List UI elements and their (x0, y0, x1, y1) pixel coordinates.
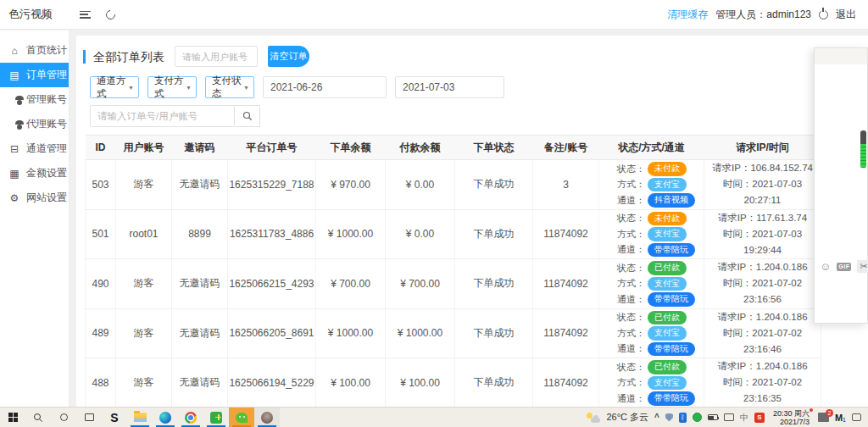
scrollbar[interactable] (860, 130, 866, 168)
table-row: 490 游客 无邀请码 1625066215_4293 ¥ 700.00 ¥ 7… (86, 259, 821, 309)
notification-badge: 2 (826, 409, 833, 417)
cell-status: 状态：已付款 方式：支付宝 通道：带带陪玩 (599, 358, 704, 408)
scissors-icon[interactable]: ✂ (857, 260, 868, 273)
channel-method-select[interactable]: 通道方式 ▼ (90, 76, 139, 98)
pay-status-select[interactable]: 支付状态 ▼ (205, 76, 254, 98)
pay-method-select[interactable]: 支付方式 ▼ (147, 76, 197, 98)
s-app-button[interactable]: S (102, 408, 127, 427)
sidebar-item-admin-accounts[interactable]: 管理账号 (0, 87, 69, 112)
cell-paid-amount: ¥ 0.00 (386, 209, 455, 259)
security-shield-icon[interactable] (665, 413, 673, 422)
cell-paid-amount: ¥ 700.00 (386, 259, 455, 309)
cell-account: 游客 (116, 160, 172, 210)
chrome-icon (185, 412, 197, 424)
date-to-input[interactable] (395, 76, 504, 98)
weather-text[interactable]: 26°C 多云 (606, 411, 648, 424)
avatar (261, 412, 273, 424)
cell-id: 490 (86, 259, 116, 309)
cortana-button[interactable] (51, 408, 76, 427)
sogou-icon[interactable]: S (754, 413, 765, 423)
sidebar-item-label: 首页统计 (26, 43, 67, 58)
cell-remark: 11874092 (533, 308, 599, 358)
desktop: 色污视频 清理缓存 管理人员：admin123 退出 ⌂ 首页统计 ▤ 订单管理… (0, 0, 868, 427)
taskbar-search-button[interactable] (25, 408, 51, 427)
sidebar-item-channel-management[interactable]: ⊟ 通道管理 (0, 136, 69, 161)
clear-cache-link[interactable]: 清理缓存 (667, 8, 708, 22)
col-ip-time: 请求IP/时间 (704, 136, 821, 160)
green-tray-icon[interactable] (693, 413, 702, 422)
scrollbar-thumb[interactable] (860, 130, 866, 144)
table-row: 501 root01 8899 1625311783_4886 ¥ 1000.0… (86, 209, 821, 259)
battery-icon[interactable] (708, 414, 718, 420)
emoji-icon[interactable]: ☺ (820, 261, 831, 272)
filter-row-middle: 通道方式 ▼ 支付方式 ▼ 支付状态 ▼ (90, 76, 868, 98)
windows-logo-icon (8, 413, 18, 422)
cell-order-status: 下单成功 (455, 358, 533, 408)
taskbar-clock[interactable]: 20:30 周六 2021/7/3 (771, 409, 812, 426)
sidebar-item-amount-settings[interactable]: ▦ 金额设置 (0, 161, 69, 186)
clear-orders-button[interactable]: 清空订单 (268, 46, 309, 67)
col-remark: 备注/账号 (533, 136, 599, 160)
power-icon[interactable] (819, 10, 828, 19)
cell-invite: 无邀请码 (172, 160, 228, 210)
bluetooth-icon[interactable]: ᛒ (679, 413, 687, 423)
start-button[interactable] (0, 408, 25, 427)
notification-center-icon[interactable]: 2 (818, 413, 829, 422)
sidebar-item-home-stats[interactable]: ⌂ 首页统计 (0, 38, 69, 63)
cell-ip-time: 请求IP：106.84.152.74 时间：2021-07-03 20:27:1… (704, 160, 821, 210)
wechat-button[interactable] (229, 408, 254, 427)
action-center-icon[interactable] (852, 413, 861, 421)
display-icon[interactable] (724, 413, 734, 421)
col-order-status: 下单状态 (455, 136, 533, 160)
avatar-app-button[interactable] (254, 408, 280, 427)
sidebar-item-label: 管理账号 (26, 92, 67, 107)
collapse-menu-icon[interactable] (80, 11, 91, 19)
date-from-input[interactable] (263, 76, 387, 98)
status-badge: 已付款 (648, 360, 687, 374)
weather-icon[interactable] (587, 413, 600, 423)
sidebar-item-label: 网站设置 (26, 191, 67, 205)
cell-ip-time: 请求IP：1.204.0.186 时间：2021-07-02 23:16:46 (704, 308, 821, 358)
sidebar-item-site-settings[interactable]: ⚙ 网站设置 (0, 186, 69, 210)
search-icon (33, 413, 43, 423)
clipboard-icon: ▤ (8, 69, 20, 81)
banknote-icon: ▦ (8, 168, 20, 180)
language-indicator[interactable]: 中 (740, 412, 748, 424)
cell-order-amount: ¥ 1000.00 (316, 209, 386, 259)
hidden-icons-chevron[interactable]: ^ (654, 413, 659, 422)
logout-button[interactable]: 退出 (836, 8, 856, 22)
cell-paid-amount: ¥ 0.00 (386, 160, 455, 210)
chat-toolbar: ☺ GIF ✂ (820, 260, 868, 273)
ime-indicator[interactable]: M1 (835, 413, 846, 423)
gear-icon: ⚙ (8, 192, 20, 204)
cell-remark: 3 (533, 160, 599, 210)
file-explorer-button[interactable] (127, 408, 153, 427)
col-account: 用户账号 (116, 136, 172, 160)
task-view-button[interactable] (76, 408, 102, 427)
edge-button[interactable] (153, 408, 178, 427)
cell-order-amount: ¥ 700.00 (316, 259, 386, 309)
system-tray: 26°C 多云 ^ ᛒ 中 S 20:30 周六 2021/7/3 2 M1 (587, 408, 868, 427)
col-invite: 邀请码 (172, 136, 228, 160)
cell-order-amount: ¥ 100.00 (316, 358, 386, 408)
search-icon (242, 111, 253, 121)
orders-card: 全部订单列表 清空订单 通道方式 ▼ 支付方式 ▼ 支付状态 ▼ (76, 36, 868, 407)
green-app-button[interactable] (203, 408, 229, 427)
col-order-no: 平台订单号 (228, 136, 316, 160)
chevron-down-icon: ▼ (128, 85, 134, 91)
chevron-down-icon: ▼ (243, 85, 249, 91)
cell-account: 游客 (116, 308, 172, 358)
sidebar-item-order-management[interactable]: ▤ 订单管理 (0, 63, 69, 87)
sidebar-item-label: 订单管理 (26, 68, 67, 82)
table-header-row: ID 用户账号 邀请码 平台订单号 下单余额 付款余额 下单状态 备注/账号 状… (86, 136, 821, 160)
chrome-button[interactable] (178, 408, 203, 427)
sidebar-item-agent-accounts[interactable]: 代理账号 (0, 112, 69, 136)
refresh-icon[interactable] (104, 8, 117, 20)
search-button[interactable] (235, 105, 260, 127)
account-input[interactable] (175, 46, 258, 67)
cell-status: 状态：已付款 方式：支付宝 通道：带带陪玩 (599, 259, 704, 309)
cell-order-amount: ¥ 970.00 (316, 160, 386, 210)
order-search-input[interactable] (90, 105, 235, 127)
gif-icon[interactable]: GIF (837, 263, 851, 271)
folder-icon (134, 413, 147, 422)
